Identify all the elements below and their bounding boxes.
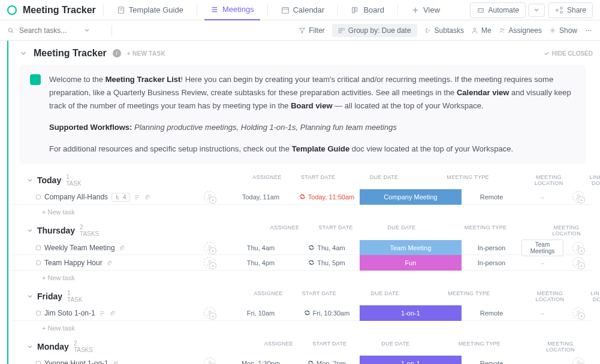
start-date[interactable]: Thu, 4pm	[228, 259, 294, 266]
linked-doc[interactable]: –	[521, 310, 563, 317]
show-button[interactable]: Show	[549, 26, 577, 35]
chevron-down-icon[interactable]	[84, 28, 90, 34]
task-row[interactable]: Yvonne Hunt 1-on-1Mon, 1:30pmMon, 2pm1-o…	[12, 356, 593, 364]
start-date[interactable]: Today, 11am	[228, 193, 294, 201]
new-task-button[interactable]: + New task	[12, 205, 593, 219]
svg-point-27	[586, 29, 587, 31]
collapse-icon[interactable]	[26, 293, 34, 300]
leader-placeholder[interactable]	[572, 191, 584, 203]
meeting-type-tag[interactable]: Company Meeting	[360, 189, 462, 205]
description-banner: Welcome to the Meeting Tracker List! Her…	[19, 65, 586, 164]
status-indicator[interactable]	[36, 195, 41, 199]
svg-point-28	[588, 29, 589, 31]
hide-closed-button[interactable]: HIDE CLOSED	[544, 50, 593, 57]
due-date[interactable]: Thu, 5pm	[294, 259, 360, 267]
meeting-location[interactable]: Remote	[462, 360, 521, 364]
attachment-icon[interactable]	[144, 194, 150, 201]
task-title: Weekly Team Meeting	[44, 244, 115, 252]
status-indicator[interactable]	[36, 260, 41, 265]
start-date[interactable]: Thu, 4am	[228, 244, 294, 251]
page-title: Meeting Tracker	[23, 5, 96, 16]
attachment-icon[interactable]	[109, 310, 116, 317]
linked-doc[interactable]: –	[521, 360, 563, 364]
subtasks-button[interactable]: Subtasks	[424, 26, 464, 35]
status-indicator[interactable]	[36, 245, 41, 250]
meeting-location[interactable]: In-person	[462, 244, 521, 251]
assignee-placeholder[interactable]	[204, 307, 216, 319]
assignee-placeholder[interactable]	[204, 357, 216, 364]
task-title: Company All-Hands	[44, 193, 108, 201]
description-icon[interactable]	[134, 194, 140, 201]
task-count: 2 TASKS	[74, 340, 93, 353]
nav-board[interactable]: Board	[345, 0, 390, 20]
due-date[interactable]: Today, 11:50am	[294, 193, 360, 201]
meeting-type-tag[interactable]: 1-on-1	[360, 305, 462, 321]
due-date[interactable]: Mon, 2pm	[294, 360, 360, 364]
start-date[interactable]: Mon, 1:30pm	[228, 360, 294, 364]
share-icon	[555, 6, 563, 14]
new-task-button[interactable]: + NEW TASK	[127, 50, 165, 57]
status-indicator[interactable]	[36, 361, 41, 364]
leader-placeholder[interactable]	[572, 242, 584, 254]
linked-doc[interactable]: –	[521, 193, 563, 201]
nav-add-view[interactable]: View	[405, 0, 446, 20]
linked-doc[interactable]: Team Meetings	[521, 239, 563, 256]
group-by-button[interactable]: Group by: Due date	[332, 24, 417, 37]
share-button[interactable]: Share	[548, 2, 593, 18]
meeting-location[interactable]: In-person	[462, 259, 521, 266]
nav-calendar[interactable]: Calendar	[275, 0, 331, 20]
description-icon[interactable]	[99, 310, 105, 317]
meeting-location[interactable]: Remote	[462, 310, 521, 317]
meeting-type-tag[interactable]: Team Meeting	[360, 240, 462, 256]
collapse-icon[interactable]	[19, 49, 28, 57]
check-icon	[544, 50, 550, 56]
filter-button[interactable]: Filter	[299, 26, 325, 35]
more-button[interactable]	[584, 26, 593, 35]
recurring-icon	[299, 193, 306, 201]
task-row[interactable]: Company All-Hands 4Today, 11amToday, 11:…	[12, 189, 593, 205]
board-icon	[351, 6, 360, 14]
meeting-type-tag[interactable]: 1-on-1	[360, 356, 462, 364]
new-task-button[interactable]: + New task	[12, 321, 593, 335]
nav-meetings[interactable]: Meetings	[204, 0, 260, 20]
divider	[397, 5, 398, 16]
leader-placeholder[interactable]	[572, 357, 584, 364]
attachment-icon[interactable]	[106, 260, 113, 266]
due-date[interactable]: Fri, 10:30am	[294, 310, 360, 317]
collapse-icon[interactable]	[26, 177, 34, 184]
attachment-icon[interactable]	[119, 245, 125, 251]
linked-doc[interactable]: –	[521, 259, 563, 266]
svg-point-37	[577, 245, 580, 248]
task-row[interactable]: Weekly Team MeetingThu, 4amThu, 4amTeam …	[12, 239, 593, 255]
leader-placeholder[interactable]	[572, 307, 584, 319]
task-group: Today1 TASKASSIGNEESTART DATEDUE DATEMEE…	[12, 171, 593, 219]
automate-dropdown[interactable]	[528, 4, 545, 17]
subtask-count[interactable]: 4	[111, 193, 130, 202]
due-date[interactable]: Thu, 4am	[294, 244, 360, 252]
assignee-placeholder[interactable]	[204, 257, 216, 269]
new-task-button[interactable]: + New task	[12, 271, 593, 285]
svg-point-36	[209, 245, 211, 248]
attachment-icon[interactable]	[112, 360, 119, 364]
nav-template-guide[interactable]: Template Guide	[111, 0, 189, 20]
automate-button[interactable]: Automate	[470, 2, 526, 18]
column-headers: ASSIGNEESTART DATEDUE DATEMEETING TYPEME…	[99, 225, 600, 236]
meeting-type-tag[interactable]: Fun	[360, 255, 462, 271]
search-input[interactable]	[19, 26, 79, 35]
info-icon[interactable]: i	[113, 49, 121, 57]
start-date[interactable]: Fri, 10am	[228, 310, 294, 317]
svg-point-34	[577, 195, 580, 197]
collapse-icon[interactable]	[26, 343, 34, 350]
assignee-placeholder[interactable]	[204, 242, 216, 254]
assignee-placeholder[interactable]	[204, 191, 216, 203]
collapse-icon[interactable]	[26, 227, 34, 234]
task-row[interactable]: Jim Soto 1-on-1Fri, 10amFri, 10:30am1-on…	[12, 305, 593, 321]
me-button[interactable]: Me	[471, 26, 492, 35]
divider	[103, 5, 104, 16]
assignees-button[interactable]: Assignees	[499, 26, 542, 35]
leader-placeholder[interactable]	[572, 257, 584, 269]
task-row[interactable]: Team Happy HourThu, 4pmThu, 5pmFunIn-per…	[12, 255, 593, 271]
status-indicator[interactable]	[36, 311, 41, 316]
recurring-icon	[308, 259, 315, 267]
meeting-location[interactable]: Remote	[462, 193, 521, 201]
